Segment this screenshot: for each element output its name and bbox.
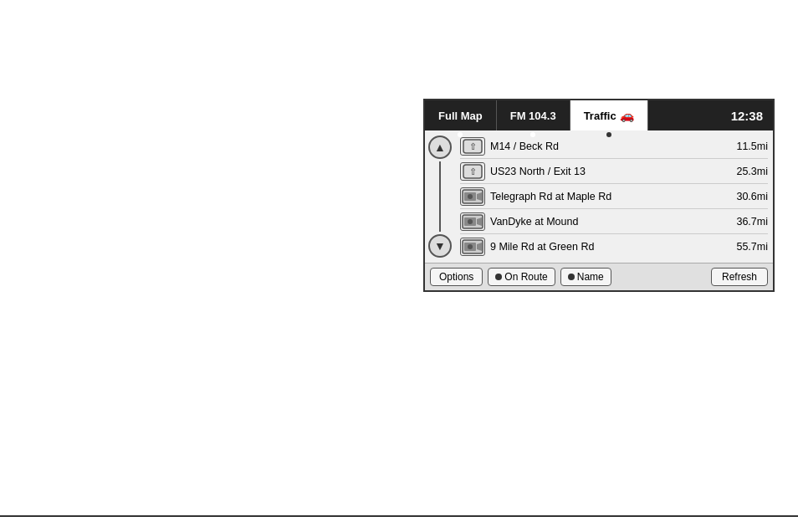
name-option[interactable]: Name — [560, 268, 611, 286]
main-area: ▲ ▼ ⇧ M14 / Beck Rd 11.5mi — [425, 130, 773, 263]
svg-point-11 — [468, 219, 473, 224]
tab-full-map-label: Full Map — [438, 110, 483, 122]
road-arrow-up-icon: ⇧ — [462, 138, 483, 155]
tab-full-map[interactable]: Full Map — [425, 100, 497, 130]
incident-name-2: US23 North / Exit 13 — [490, 166, 731, 177]
incident-row[interactable]: VanDyke at Mound 36.7mi — [460, 209, 768, 234]
incident-dist-1: 11.5mi — [736, 141, 768, 152]
incident-name-3: Telegraph Rd at Maple Rd — [490, 191, 731, 202]
incident-icon-2: ⇧ — [460, 162, 485, 181]
scroll-down-button[interactable]: ▼ — [428, 234, 452, 258]
incident-row[interactable]: ⇧ M14 / Beck Rd 11.5mi — [460, 134, 768, 159]
on-route-label: On Route — [504, 271, 547, 283]
time-value: 12:38 — [731, 109, 763, 123]
camera-sign3-icon — [462, 238, 483, 255]
incident-row[interactable]: Telegraph Rd at Maple Rd 30.6mi — [460, 184, 768, 209]
camera-sign2-icon — [462, 213, 483, 230]
road-arrow-up2-icon: ⇧ — [462, 163, 483, 180]
header-tabs: Full Map FM 104.3 Traffic 🚗 12:38 — [425, 100, 773, 130]
incident-name-1: M14 / Beck Rd — [490, 141, 731, 152]
incident-dist-4: 36.7mi — [736, 216, 768, 228]
tab-fm-label: FM 104.3 — [510, 110, 556, 122]
svg-point-7 — [468, 194, 473, 199]
svg-text:⇧: ⇧ — [469, 141, 477, 151]
incident-name-4: VanDyke at Mound — [490, 216, 731, 228]
scroll-up-button[interactable]: ▲ — [428, 136, 452, 159]
incident-icon-5 — [460, 238, 485, 256]
incident-icon-1: ⇧ — [460, 137, 485, 156]
incident-dist-5: 55.7mi — [736, 241, 768, 253]
tab-traffic[interactable]: Traffic 🚗 — [570, 100, 648, 130]
tab-fm[interactable]: FM 104.3 — [497, 100, 570, 130]
svg-point-15 — [468, 244, 473, 249]
tab-fm-dot — [530, 132, 535, 137]
bottom-bar: Options On Route Name Refresh — [425, 263, 773, 290]
on-route-dot — [495, 274, 502, 280]
incident-row[interactable]: 9 Mile Rd at Green Rd 55.7mi — [460, 234, 768, 259]
name-dot — [568, 274, 575, 280]
incident-dist-3: 30.6mi — [736, 191, 768, 202]
incident-dist-2: 25.3mi — [736, 166, 768, 177]
on-route-option[interactable]: On Route — [488, 268, 555, 286]
clock-display: 12:38 — [721, 100, 773, 130]
incident-icon-3 — [460, 187, 485, 206]
nav-panel: Full Map FM 104.3 Traffic 🚗 12:38 ▲ ▼ — [423, 99, 775, 292]
name-label: Name — [577, 271, 604, 283]
tab-traffic-dot — [606, 132, 611, 137]
scroll-line — [439, 161, 441, 232]
svg-text:⇧: ⇧ — [469, 166, 477, 176]
refresh-button[interactable]: Refresh — [711, 268, 768, 286]
incident-name-5: 9 Mile Rd at Green Rd — [490, 241, 731, 253]
options-button[interactable]: Options — [430, 268, 483, 286]
incident-row[interactable]: ⇧ US23 North / Exit 13 25.3mi — [460, 159, 768, 184]
car-icon: 🚗 — [620, 109, 634, 122]
incidents-list: ⇧ M14 / Beck Rd 11.5mi ⇧ US23 North / Ex… — [455, 130, 773, 263]
incident-icon-4 — [460, 212, 485, 231]
scroll-controls: ▲ ▼ — [425, 130, 455, 263]
camera-sign-icon — [462, 188, 483, 205]
tab-traffic-label: Traffic — [584, 110, 616, 122]
bottom-divider — [0, 515, 798, 517]
